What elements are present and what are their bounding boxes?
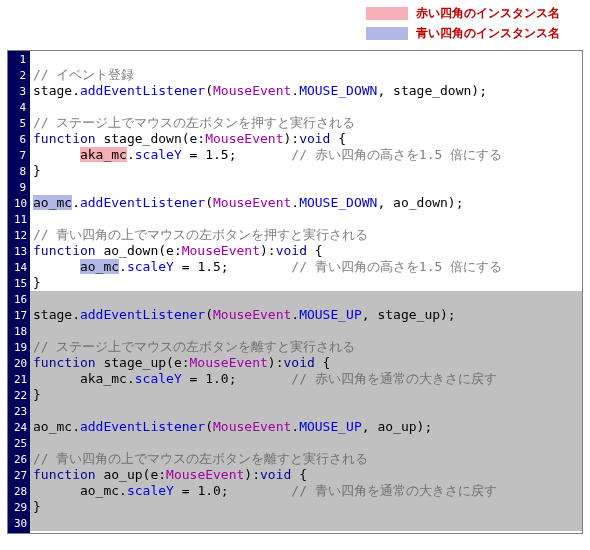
swatch-blue-icon: [366, 27, 408, 40]
code-line: }: [30, 275, 582, 291]
code-line: function ao_up(e:MouseEvent):void {: [30, 467, 582, 483]
code-editor: 1234567891011121314151617181920212223242…: [7, 50, 583, 534]
code-body[interactable]: // イベント登録 stage.addEventListener(MouseEv…: [30, 51, 582, 533]
highlight-ao-mc: ao_mc: [33, 195, 72, 210]
comment: // イベント登録: [33, 67, 134, 82]
code-line: [30, 515, 582, 531]
code-line: [30, 323, 582, 339]
code-line: [30, 403, 582, 419]
code-line: // ステージ上でマウスの左ボタンを押すと実行される: [30, 115, 582, 131]
code-line: [30, 179, 582, 195]
code-line: [30, 99, 582, 115]
legend-box: 赤い四角のインスタンス名 青い四角のインスタンス名: [0, 0, 590, 50]
code-line: [30, 211, 582, 227]
highlight-aka-mc: aka_mc: [80, 147, 127, 162]
code-line: }: [30, 387, 582, 403]
code-line: ao_mc.addEventListener(MouseEvent.MOUSE_…: [30, 419, 582, 435]
code-line: // 青い四角の上でマウスの左ボタンを押すと実行される: [30, 227, 582, 243]
code-line: [30, 51, 582, 67]
code-line: function stage_down(e:MouseEvent):void {: [30, 131, 582, 147]
swatch-red-icon: [366, 7, 408, 20]
code-line: stage.addEventListener(MouseEvent.MOUSE_…: [30, 83, 582, 99]
legend-red-label: 赤い四角のインスタンス名: [416, 5, 560, 22]
code-line: function stage_up(e:MouseEvent):void {: [30, 355, 582, 371]
code-line: aka_mc.scaleY = 1.0; // 赤い四角を通常の大きさに戻す: [30, 371, 582, 387]
legend-row-blue: 青い四角のインスタンス名: [366, 25, 560, 42]
code-line: }: [30, 499, 582, 515]
line-gutter: 1234567891011121314151617181920212223242…: [8, 51, 30, 533]
code-line: stage.addEventListener(MouseEvent.MOUSE_…: [30, 307, 582, 323]
legend-row-red: 赤い四角のインスタンス名: [366, 5, 560, 22]
code-line: // 青い四角の上でマウスの左ボタンを離すと実行される: [30, 451, 582, 467]
code-line: function ao_down(e:MouseEvent):void {: [30, 243, 582, 259]
code-line: // イベント登録: [30, 67, 582, 83]
code-line: ao_mc.addEventListener(MouseEvent.MOUSE_…: [30, 195, 582, 211]
legend-blue-label: 青い四角のインスタンス名: [416, 25, 560, 42]
code-line: ao_mc.scaleY = 1.5; // 青い四角の高さを1.5 倍にする: [30, 259, 582, 275]
code-line: // ステージ上でマウスの左ボタンを離すと実行される: [30, 339, 582, 355]
highlight-ao-mc: ao_mc: [80, 259, 119, 274]
code-line: }: [30, 163, 582, 179]
code-line: [30, 291, 582, 307]
code-line: aka_mc.scaleY = 1.5; // 赤い四角の高さを1.5 倍にする: [30, 147, 582, 163]
code-line: ao_mc.scaleY = 1.0; // 青い四角を通常の大きさに戻す: [30, 483, 582, 499]
code-line: [30, 435, 582, 451]
